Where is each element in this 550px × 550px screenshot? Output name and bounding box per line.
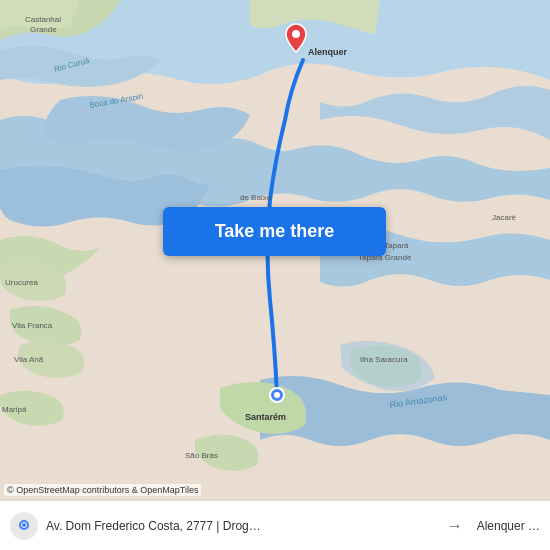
svg-text:Grande: Grande (30, 25, 57, 34)
footer-destination-text: Alenquer … (477, 519, 540, 533)
svg-point-19 (292, 30, 300, 38)
svg-text:São Brás: São Brás (185, 451, 218, 460)
footer: Av. Dom Frederico Costa, 2777 | Drog… → … (0, 500, 550, 550)
svg-text:Jacaré: Jacaré (492, 213, 517, 222)
svg-text:Ilha Saracura: Ilha Saracura (360, 355, 408, 364)
svg-point-23 (22, 523, 26, 527)
map-attribution: © OpenStreetMap contributors & OpenMapTi… (4, 484, 201, 496)
map-container: Castanhal Grande Rio Curuá Boca do Arapi… (0, 0, 550, 500)
svg-text:Santarém: Santarém (245, 412, 286, 422)
location-icon (10, 512, 38, 540)
footer-arrow-icon: → (441, 517, 469, 535)
svg-text:Vila Anã: Vila Anã (14, 355, 44, 364)
svg-text:Castanhal: Castanhal (25, 15, 61, 24)
svg-text:Alenquer: Alenquer (308, 47, 348, 57)
footer-origin-text: Av. Dom Frederico Costa, 2777 | Drog… (46, 519, 433, 533)
svg-text:Urucurea: Urucurea (5, 278, 38, 287)
svg-text:Vila Franca: Vila Franca (12, 321, 53, 330)
svg-text:Maripá: Maripá (2, 405, 27, 414)
take-me-there-button[interactable]: Take me there (163, 207, 386, 256)
svg-text:de Baixo: de Baixo (240, 193, 272, 202)
svg-point-21 (274, 392, 280, 398)
